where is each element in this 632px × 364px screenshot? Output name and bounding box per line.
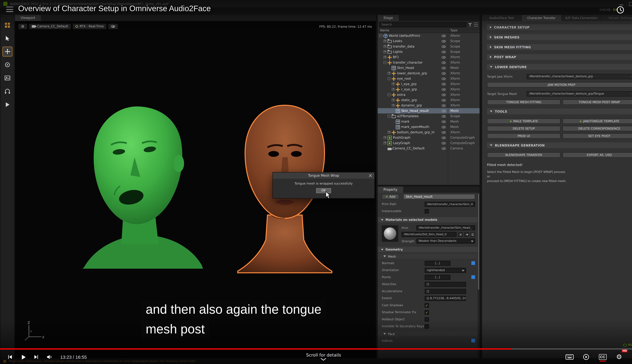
clear-material-icon[interactable] — [458, 232, 462, 237]
visibility-eye-icon[interactable] — [442, 136, 446, 139]
tab-a2f-data-conversion[interactable]: A2F Data Conversion — [562, 15, 601, 21]
table-row[interactable]: a2fTemplatesScope — [378, 114, 480, 119]
visibility-eye-icon[interactable] — [442, 120, 446, 123]
table-row[interactable]: lower_denture_grpXform — [378, 70, 480, 76]
visibility-eye-icon[interactable] — [442, 83, 446, 85]
visibility-eye-icon[interactable] — [442, 94, 446, 96]
visibility-eye-icon[interactable] — [442, 72, 446, 74]
material-prim-field[interactable] — [416, 225, 475, 230]
visibility-eye-icon[interactable] — [442, 110, 446, 112]
table-row[interactable]: l_eye_grpXform — [378, 81, 480, 86]
array-field[interactable]: [...] — [425, 275, 450, 280]
expand-toggle[interactable] — [388, 131, 390, 134]
table-row[interactable]: PushGraphComputeGraph — [378, 135, 480, 140]
jaw-tongue-template-button[interactable]: +JAW/TONGUE TEMPLATE — [562, 118, 632, 124]
visibility-eye-icon[interactable] — [442, 115, 446, 118]
checkbox[interactable] — [425, 317, 429, 321]
tab-stage[interactable]: Stage — [378, 15, 399, 21]
male-template-button[interactable]: +MALE TEMPLATE — [487, 118, 560, 124]
stage-rightpanel-splitter[interactable] — [480, 15, 482, 358]
face-subsection-header[interactable]: Face — [378, 332, 478, 336]
dialog-close-icon[interactable] — [368, 174, 372, 178]
visibility-eye-icon[interactable] — [442, 45, 446, 48]
section-header-blendshape[interactable]: BLENDSHAPE GENERATION — [487, 142, 632, 148]
maximize-button[interactable] — [629, 2, 632, 6]
section-header-character-setup[interactable]: CHARACTER SETUP — [487, 24, 632, 30]
grid-tool-icon[interactable] — [3, 20, 12, 30]
select-tool-icon[interactable] — [3, 34, 12, 43]
expand-toggle[interactable] — [392, 88, 394, 91]
expand-toggle[interactable] — [388, 115, 390, 118]
prim-path-field[interactable] — [425, 202, 475, 206]
table-row[interactable]: eye_rootXform — [378, 76, 480, 81]
expand-toggle[interactable] — [383, 50, 386, 53]
table-row[interactable]: Skin_Head_resultMesh — [378, 108, 480, 114]
visibility-eye-icon[interactable] — [442, 34, 446, 37]
visibility-eye-icon[interactable] — [442, 40, 446, 42]
expand-toggle[interactable] — [383, 136, 386, 139]
visibility-eye-icon[interactable] — [442, 66, 446, 69]
material-dropdown-icon[interactable] — [464, 232, 469, 237]
menu-icon[interactable] — [6, 6, 13, 12]
add-property-button[interactable]: + Add — [382, 194, 399, 199]
section-header-skin-meshes[interactable]: SKIN MESHES — [487, 34, 632, 40]
expand-toggle[interactable] — [383, 40, 386, 42]
table-row[interactable]: transfer_characterXform — [378, 60, 480, 65]
visibility-eye-icon[interactable] — [442, 56, 446, 58]
checkbox[interactable] — [425, 310, 429, 314]
materials-section-header[interactable]: Materials on selected models — [378, 217, 478, 222]
tab-render-settings[interactable]: Render Settings — [601, 15, 632, 21]
table-row[interactable]: markMesh — [378, 119, 480, 124]
minimize-button[interactable] — [620, 2, 623, 6]
table-row[interactable]: World (defaultPrim)Xform — [378, 33, 480, 38]
visibility-eye-icon[interactable] — [442, 61, 446, 64]
viewport-canvas[interactable]: ⚙ Camera_CC_Default RTX - Real-Time FPS:… — [15, 21, 376, 358]
filter-icon[interactable] — [468, 22, 472, 27]
stage-property-splitter[interactable] — [378, 185, 480, 186]
orientation-dropdown[interactable]: rightHanded — [425, 268, 466, 272]
camera-selector[interactable]: Camera_CC_Default — [29, 24, 71, 29]
viewport-settings-button[interactable]: ⚙ — [18, 24, 27, 29]
capture-tool-icon[interactable] — [3, 74, 12, 82]
expand-toggle[interactable] — [392, 104, 394, 107]
section-header-lower-denture[interactable]: LOWER DENTURE — [487, 64, 632, 70]
array-edit-button[interactable] — [471, 275, 475, 279]
checkbox[interactable] — [425, 324, 429, 328]
blendshape-transfer-button[interactable]: BLENDSHAPE TRANSFER — [487, 152, 560, 158]
expand-toggle[interactable] — [379, 34, 382, 37]
array-edit-button[interactable] — [471, 339, 475, 342]
visibility-eye-icon[interactable] — [442, 142, 446, 144]
tongue-mesh-post-wrap-button[interactable]: TONGUE MESH POST WRAP — [562, 100, 632, 105]
table-row[interactable]: BF1Xform — [378, 54, 480, 60]
tongue-mesh-fitting-button[interactable]: TONGUE MESH FITTING — [487, 100, 560, 105]
visibility-eye-icon[interactable] — [442, 77, 446, 80]
jaw-motion-prep-button[interactable]: JAW MOTION PREP — [487, 82, 632, 88]
section-header-post-wrap[interactable]: POST WRAP — [487, 54, 632, 60]
visibility-eye-icon[interactable] — [442, 126, 446, 128]
expand-toggle[interactable] — [388, 72, 390, 75]
target-jaw-dropdown[interactable]: /World/transfer_character/lower_denture_… — [527, 74, 632, 79]
window-titlebar[interactable]: AUDIO2FACE 2022.1.0-rc.1 | C:\Users\Admi… — [0, 0, 632, 8]
table-row[interactable]: mark_openMouthMesh — [378, 124, 480, 130]
table-row[interactable]: extraXform — [378, 92, 480, 97]
material-path-field[interactable] — [402, 232, 456, 237]
expand-toggle[interactable] — [383, 142, 386, 144]
value-field[interactable]: [] — [425, 289, 466, 294]
expand-toggle[interactable] — [388, 77, 390, 80]
prim-name-field[interactable] — [403, 194, 475, 199]
target-tongue-dropdown[interactable]: /World/transfer_character/lower_denture_… — [527, 91, 632, 96]
delete-correspondence-button[interactable]: DELETE CORRESPONDENCE — [562, 126, 632, 131]
expand-toggle[interactable] — [383, 45, 386, 48]
viewport-stage-splitter[interactable] — [376, 15, 378, 358]
section-header-skin-mesh-fitting[interactable]: SKIN MESH FITTING — [487, 44, 632, 50]
array-field[interactable]: [...] — [425, 260, 450, 266]
visibility-eye-icon[interactable] — [442, 50, 446, 53]
visibility-eye-icon[interactable] — [442, 104, 446, 107]
column-name[interactable]: Name — [380, 28, 389, 32]
mesh-subsection-header[interactable]: Mesh — [378, 254, 478, 259]
set-eye-pivot-button[interactable]: SET EYE PIVOT — [562, 133, 632, 139]
expand-toggle[interactable] — [392, 82, 394, 86]
table-row[interactable]: LazyGraphComputeGraph — [378, 140, 480, 146]
tab-character-transfer[interactable]: Character Transfer — [522, 15, 561, 21]
goto-material-icon[interactable] — [470, 232, 475, 237]
